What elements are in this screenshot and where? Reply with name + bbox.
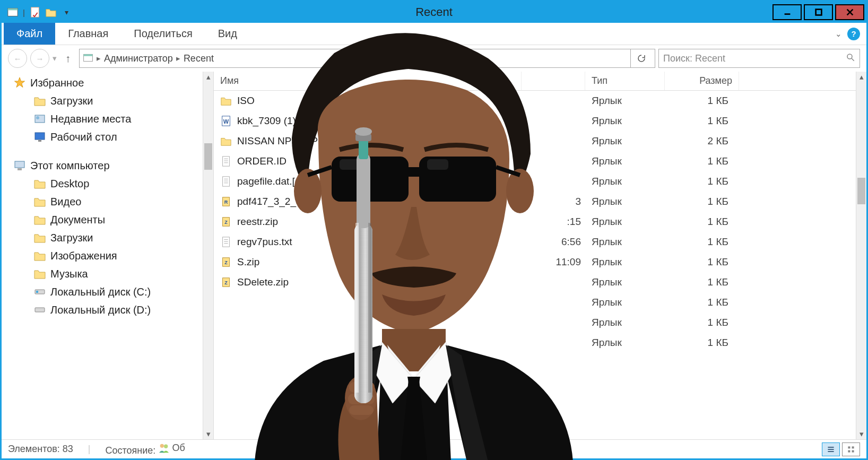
search-icon[interactable] bbox=[846, 53, 855, 65]
svg-text:Z: Z bbox=[224, 260, 228, 265]
minimize-button[interactable] bbox=[772, 4, 802, 20]
sidebar-item-desktop[interactable]: Рабочий стол bbox=[2, 128, 213, 146]
breadcrumb-segment[interactable]: Администратор bbox=[104, 53, 173, 64]
chevron-right-icon[interactable]: ▸ bbox=[97, 54, 101, 63]
file-icon: W bbox=[220, 115, 232, 127]
scroll-down-icon[interactable]: ▾ bbox=[856, 429, 866, 439]
help-icon[interactable]: ? bbox=[847, 28, 860, 40]
status-bar: Элементов: 83 | Состояние: Об bbox=[2, 439, 866, 458]
sidebar-item-pictures[interactable]: Изображения bbox=[2, 247, 213, 265]
ribbon: Файл Главная Поделиться Вид ⌄ ? bbox=[2, 23, 866, 45]
nav-up-button[interactable]: ↑ bbox=[60, 53, 76, 65]
folder-icon bbox=[33, 213, 46, 226]
file-name: reestr.zip bbox=[237, 216, 278, 228]
nav-back-button[interactable]: ← bbox=[8, 49, 27, 68]
file-row[interactable]: ISOЯрлык1 КБ bbox=[214, 91, 866, 111]
svg-rect-4 bbox=[815, 10, 821, 15]
svg-rect-24 bbox=[223, 177, 230, 186]
sidebar-item-music[interactable]: Музыка bbox=[2, 265, 213, 283]
file-row[interactable]: Ярлык1 КБ bbox=[214, 313, 866, 333]
ribbon-expand-icon[interactable]: ⌄ bbox=[835, 29, 842, 39]
sidebar-favorites-header[interactable]: Избранное bbox=[2, 74, 213, 92]
file-name: regv7pus.txt bbox=[237, 236, 292, 248]
scroll-up-icon[interactable]: ▴ bbox=[856, 72, 866, 82]
svg-rect-16 bbox=[36, 291, 38, 293]
folder-icon bbox=[33, 267, 46, 280]
file-size: 2 КБ bbox=[665, 135, 739, 147]
address-bar[interactable]: ▸ Администратор ▸ Recent bbox=[79, 49, 655, 68]
sidebar-scrollbar[interactable]: ▴ ▾ bbox=[203, 72, 213, 439]
file-icon: Z bbox=[220, 256, 232, 268]
search-input[interactable]: Поиск: Recent bbox=[658, 49, 860, 68]
file-size: 1 КБ bbox=[665, 155, 739, 167]
column-header-type[interactable]: Тип bbox=[585, 72, 665, 90]
file-date: 3 bbox=[522, 196, 585, 207]
svg-line-8 bbox=[852, 58, 854, 61]
file-type: Ярлык bbox=[585, 276, 665, 288]
qat-dropdown-icon[interactable]: ▾ bbox=[61, 6, 73, 18]
maximize-button[interactable] bbox=[804, 4, 833, 20]
file-row[interactable]: Ярлык1 КБ bbox=[214, 333, 866, 353]
ribbon-tab-file[interactable]: Файл bbox=[4, 23, 55, 45]
sidebar-computer-header[interactable]: Этот компьютер bbox=[2, 157, 213, 175]
new-folder-icon[interactable] bbox=[45, 6, 57, 18]
file-icon bbox=[220, 176, 232, 187]
file-row[interactable]: pagefile.dat.[denЯрлык1 КБ bbox=[214, 171, 866, 192]
file-row[interactable]: Zreestr.zip:15Ярлык1 КБ bbox=[214, 212, 866, 232]
users-icon bbox=[158, 442, 170, 454]
scroll-down-icon[interactable]: ▾ bbox=[203, 429, 213, 439]
chevron-right-icon[interactable]: ▸ bbox=[176, 54, 180, 63]
file-type: Ярлык bbox=[585, 297, 665, 308]
sidebar-item-documents[interactable]: Документы bbox=[2, 211, 213, 229]
properties-icon[interactable] bbox=[29, 6, 41, 18]
file-name: ISO bbox=[237, 95, 255, 107]
file-date: :15 bbox=[522, 216, 585, 228]
close-button[interactable] bbox=[835, 4, 864, 20]
file-size: 1 КБ bbox=[665, 176, 739, 187]
file-row[interactable]: Rpdf417_3_2_4.rar3Ярлык1 КБ bbox=[214, 192, 866, 212]
ribbon-tab-view[interactable]: Вид bbox=[205, 23, 250, 45]
file-size: 1 КБ bbox=[665, 196, 739, 207]
column-header-date[interactable] bbox=[522, 72, 585, 90]
sidebar-item-recent-places[interactable]: Недавние места bbox=[2, 110, 213, 128]
file-icon bbox=[220, 236, 232, 248]
file-row[interactable]: regv7pus.txt6:56Ярлык1 КБ bbox=[214, 232, 866, 252]
svg-text:Z: Z bbox=[224, 280, 228, 285]
file-row[interactable]: Ярлык1 КБ bbox=[214, 292, 866, 313]
sidebar-item-videos[interactable]: Видео bbox=[2, 193, 213, 211]
sidebar-item-drive-c[interactable]: Локальный диск (C:) bbox=[2, 283, 213, 301]
file-icon: R bbox=[220, 196, 232, 207]
nav-history-dropdown[interactable]: ▾ bbox=[53, 54, 57, 63]
svg-point-40 bbox=[160, 444, 164, 448]
breadcrumb-segment[interactable]: Recent bbox=[184, 53, 214, 64]
file-icon: Z bbox=[220, 276, 232, 288]
svg-rect-11 bbox=[35, 133, 45, 140]
desktop-icon bbox=[33, 131, 46, 143]
column-header-name[interactable]: Имя ▴ bbox=[214, 72, 522, 90]
sidebar-item-desktop-folder[interactable]: Desktop bbox=[2, 175, 213, 193]
column-header-size[interactable]: Размер bbox=[665, 72, 739, 90]
favorites-label: Избранное bbox=[30, 77, 84, 89]
file-row[interactable]: ZSDelete.zipЯрлык1 КБ bbox=[214, 272, 866, 292]
svg-rect-12 bbox=[38, 140, 41, 142]
sidebar-item-drive-d[interactable]: Локальный диск (D:) bbox=[2, 301, 213, 319]
file-type: Ярлык bbox=[585, 317, 665, 328]
view-details-button[interactable] bbox=[822, 442, 840, 456]
content-scrollbar[interactable]: ▴ ▾ bbox=[856, 72, 866, 439]
scrollbar-thumb[interactable] bbox=[857, 178, 865, 204]
file-row[interactable]: ZS.zip11:09Ярлык1 КБ bbox=[214, 252, 866, 272]
scroll-up-icon[interactable]: ▴ bbox=[203, 72, 213, 82]
view-icons-button[interactable] bbox=[842, 442, 860, 456]
drive-icon bbox=[33, 303, 46, 316]
file-row[interactable]: Wkbk_7309 (1).docЯрлык1 КБ bbox=[214, 111, 866, 131]
sidebar-item-downloads-pc[interactable]: Загрузки bbox=[2, 229, 213, 247]
nav-forward-button[interactable]: → bbox=[30, 49, 49, 68]
file-row[interactable]: ORDER.IDЯрлык1 КБ bbox=[214, 151, 866, 171]
refresh-button[interactable] bbox=[630, 49, 652, 68]
scrollbar-thumb[interactable] bbox=[204, 143, 212, 170]
file-row[interactable]: NISSAN NP300 PICЯрлык2 КБ bbox=[214, 131, 866, 151]
ribbon-tab-share[interactable]: Поделиться bbox=[121, 23, 205, 45]
sort-indicator-icon: ▴ bbox=[501, 77, 504, 85]
sidebar-item-downloads[interactable]: Загрузки bbox=[2, 92, 213, 110]
ribbon-tab-home[interactable]: Главная bbox=[55, 23, 121, 45]
